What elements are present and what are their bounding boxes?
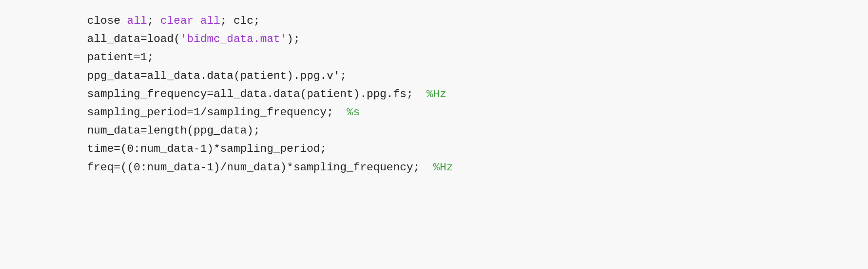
code-plain: sampling_period=1/sampling_frequency; [87, 106, 346, 118]
code-comment: %Hz [433, 161, 453, 174]
code-comment: %s [346, 106, 360, 118]
code-line-4: ppg_data=all_data.data(patient).ppg.v'; [87, 67, 453, 85]
code-container: close all; clear all; clc;all_data=load(… [0, 0, 868, 269]
code-line-9: freq=((0:num_data-1)/num_data)*sampling_… [87, 158, 453, 177]
code-line-3: patient=1; [87, 48, 453, 67]
code-plain: ; [147, 15, 160, 27]
code-plain: freq=((0:num_data-1)/num_data)*sampling_… [87, 161, 433, 174]
code-line-7: num_data=length(ppg_data); [87, 122, 453, 140]
code-string: 'bidmc_data.mat' [180, 33, 287, 45]
code-line-8: time=(0:num_data-1)*sampling_period; [87, 140, 453, 158]
code-plain: ); [287, 33, 300, 45]
code-plain [194, 15, 200, 27]
code-comment: %Hz [426, 88, 446, 100]
code-line-1: close all; clear all; clc; [87, 12, 453, 30]
code-keyword: clear [160, 15, 194, 27]
code-plain: num_data=length(ppg_data); [87, 124, 260, 137]
code-plain: ; clc; [220, 15, 260, 27]
code-plain: ppg_data=all_data.data(patient).ppg.v'; [87, 70, 346, 82]
code-plain: all_data=load( [87, 33, 180, 45]
code-keyword: all [127, 15, 147, 27]
code-line-6: sampling_period=1/sampling_frequency; %s [87, 103, 453, 122]
code-block: close all; clear all; clc;all_data=load(… [87, 12, 453, 177]
code-line-5: sampling_frequency=all_data.data(patient… [87, 85, 453, 103]
code-plain: close [87, 15, 127, 27]
code-keyword: all [200, 15, 220, 27]
code-line-2: all_data=load('bidmc_data.mat'); [87, 30, 453, 48]
code-plain: sampling_frequency=all_data.data(patient… [87, 88, 426, 100]
code-plain: time=(0:num_data-1)*sampling_period; [87, 143, 327, 155]
code-plain: patient=1; [87, 51, 154, 63]
